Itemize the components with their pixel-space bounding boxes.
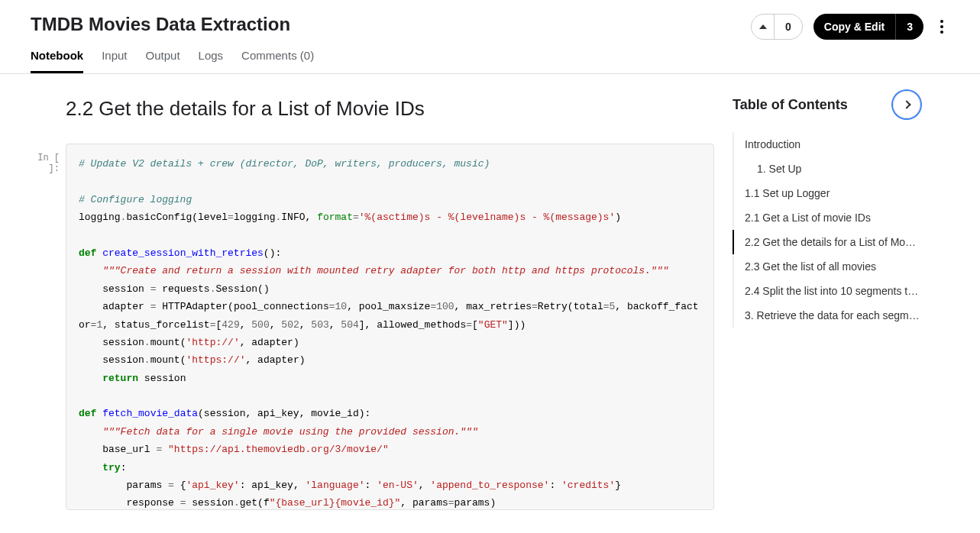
copy-edit-button[interactable]: Copy & Edit 3 — [813, 14, 923, 40]
vote-box: 0 — [751, 14, 803, 40]
caret-up-icon — [759, 24, 767, 29]
vote-count: 0 — [775, 21, 802, 33]
upvote-button[interactable] — [752, 15, 775, 39]
more-options-button[interactable] — [934, 14, 949, 40]
tab-logs[interactable]: Logs — [199, 49, 224, 73]
section-heading: 2.2 Get the details for a List of Movie … — [66, 97, 714, 121]
toc-item-details[interactable]: 2.2 Get the details for a List of Movi..… — [733, 230, 920, 254]
tab-notebook[interactable]: Notebook — [31, 49, 83, 73]
toc-item-logger[interactable]: 1.1 Set up Logger — [733, 181, 920, 205]
toc-title: Table of Contents — [733, 97, 848, 113]
toc-item-split[interactable]: 2.4 Split the list into 10 segments to..… — [733, 279, 920, 303]
toc-item-retrieve[interactable]: 3. Retrieve the data for each segment — [733, 303, 920, 328]
table-of-contents: Table of Contents Introduction 1. Set Up… — [714, 74, 943, 510]
tab-output[interactable]: Output — [146, 49, 180, 73]
toc-collapse-button[interactable] — [893, 91, 920, 118]
page-title: TMDB Movies Data Extraction — [31, 14, 290, 35]
copy-edit-label: Copy & Edit — [813, 21, 895, 33]
tab-input[interactable]: Input — [102, 49, 127, 73]
toc-item-introduction[interactable]: Introduction — [733, 132, 920, 157]
code-cell: In [ ]: # Update V2 details + crew (dire… — [31, 144, 714, 510]
chevron-right-icon — [902, 100, 910, 108]
toc-item-all-movies[interactable]: 2.3 Get the list of all movies — [733, 254, 920, 279]
tab-bar: Notebook Input Output Logs Comments (0) — [0, 40, 980, 74]
copy-edit-count: 3 — [895, 14, 923, 40]
toc-item-setup[interactable]: 1. Set Up — [733, 157, 920, 181]
toc-item-movie-ids[interactable]: 2.1 Get a List of movie IDs — [733, 205, 920, 230]
code-box[interactable]: # Update V2 details + crew (director, Do… — [66, 144, 714, 510]
tab-comments[interactable]: Comments (0) — [241, 49, 314, 73]
cell-prompt: In [ ]: — [31, 144, 66, 510]
